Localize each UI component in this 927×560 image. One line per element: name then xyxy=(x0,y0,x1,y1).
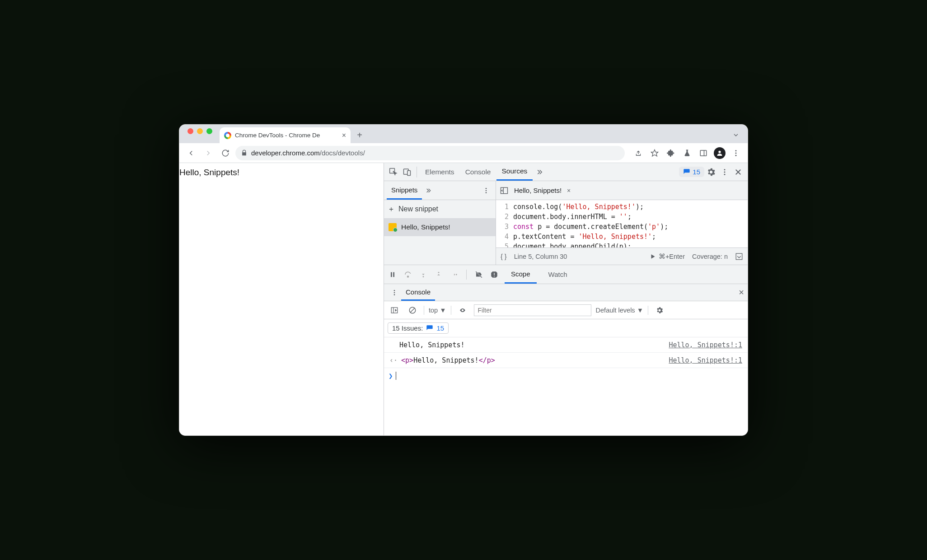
editor-panel: Hello, Snippets! × 1console.log('Hello, … xyxy=(496,181,748,265)
browser-tab[interactable]: Chrome DevTools - Chrome De × xyxy=(220,127,351,143)
menu-icon[interactable] xyxy=(729,146,743,160)
settings-icon[interactable] xyxy=(704,165,718,179)
clear-console-icon[interactable] xyxy=(406,303,419,317)
reload-button[interactable] xyxy=(218,146,233,160)
coverage-label[interactable]: Coverage: n xyxy=(692,253,728,260)
step-out-icon[interactable] xyxy=(434,271,444,278)
return-icon: ‹· xyxy=(389,356,398,364)
svg-marker-0 xyxy=(651,149,658,156)
tabs-overflow-icon[interactable] xyxy=(533,165,546,179)
console-toolbar: top ▼ Default levels ▼ xyxy=(384,301,748,319)
issues-pill[interactable]: 15 Issues: 15 xyxy=(388,322,449,334)
close-drawer-icon[interactable]: × xyxy=(739,287,744,298)
close-file-icon[interactable]: × xyxy=(567,187,571,194)
svg-point-17 xyxy=(486,192,487,193)
new-tab-button[interactable]: + xyxy=(353,129,366,141)
code-editor[interactable]: 1console.log('Hello, Snippets!'); 2docum… xyxy=(496,200,748,247)
issues-row: 15 Issues: 15 xyxy=(384,319,748,337)
snippets-sidebar: Snippets ＋ New snippet Hello, Snippets! xyxy=(384,181,496,265)
svg-point-33 xyxy=(394,292,395,293)
filter-input[interactable] xyxy=(474,304,591,316)
profile-button[interactable] xyxy=(712,146,727,160)
device-toggle-icon[interactable] xyxy=(400,165,414,179)
close-window-button[interactable] xyxy=(187,128,193,134)
page-content: Hello, Snippets! xyxy=(179,163,384,435)
issue-count: 15 xyxy=(693,168,700,176)
sidebar-overflow-icon[interactable] xyxy=(425,187,432,194)
sourcemap-icon[interactable] xyxy=(735,252,743,261)
forward-button[interactable] xyxy=(201,146,215,160)
snippet-file-icon xyxy=(389,223,397,231)
minimize-window-button[interactable] xyxy=(197,128,203,134)
svg-rect-22 xyxy=(391,272,392,277)
issues-chip[interactable]: 15 xyxy=(679,167,704,177)
live-expression-icon[interactable] xyxy=(456,303,469,317)
bookmark-icon[interactable] xyxy=(647,146,662,160)
share-icon[interactable] xyxy=(631,146,646,160)
inspect-icon[interactable] xyxy=(387,165,400,179)
svg-line-38 xyxy=(410,308,415,313)
address-bar[interactable]: developer.chrome.com/docs/devtools/ xyxy=(235,146,625,160)
devtools-tabbar: Elements Console Sources 15 xyxy=(384,163,748,181)
traffic-lights xyxy=(187,128,212,134)
tab-strip: Chrome DevTools - Chrome De × + xyxy=(179,125,748,143)
svg-marker-20 xyxy=(651,254,655,258)
cursor-position: Line 5, Column 30 xyxy=(514,253,567,260)
log-location[interactable]: Hello, Snippets!:1 xyxy=(669,356,742,364)
back-button[interactable] xyxy=(184,146,198,160)
devtools-panel: Elements Console Sources 15 Snippets xyxy=(384,163,748,435)
log-levels-selector[interactable]: Default levels ▼ xyxy=(596,307,643,314)
new-snippet-button[interactable]: ＋ New snippet xyxy=(384,200,496,218)
console-settings-icon[interactable] xyxy=(653,303,666,317)
format-icon[interactable]: { } xyxy=(501,253,507,260)
toggle-navigator-icon[interactable] xyxy=(500,186,509,195)
tab-console[interactable]: Console xyxy=(460,163,496,181)
svg-rect-21 xyxy=(736,253,742,260)
editor-filename[interactable]: Hello, Snippets! xyxy=(514,187,562,194)
browser-window: Chrome DevTools - Chrome De × + develope… xyxy=(179,124,748,436)
console-sidebar-icon[interactable] xyxy=(388,303,401,317)
sidebar-more-icon[interactable] xyxy=(479,184,493,197)
drawer-console-tab[interactable]: Console xyxy=(401,284,435,301)
snippets-tab[interactable]: Snippets xyxy=(387,181,422,200)
tab-elements[interactable]: Elements xyxy=(420,163,460,181)
extensions-icon[interactable] xyxy=(664,146,678,160)
plus-icon: ＋ xyxy=(388,205,395,214)
run-snippet-button[interactable]: ⌘+Enter xyxy=(650,253,685,260)
svg-rect-1 xyxy=(700,150,707,156)
chrome-favicon-icon xyxy=(224,132,231,139)
svg-point-5 xyxy=(735,152,737,154)
tab-title: Chrome DevTools - Chrome De xyxy=(235,132,338,139)
svg-point-26 xyxy=(438,271,440,273)
svg-point-12 xyxy=(724,173,726,175)
step-over-icon[interactable] xyxy=(403,271,413,279)
log-row[interactable]: Hello, Snippets! Hello, Snippets!:1 xyxy=(384,337,748,353)
svg-rect-30 xyxy=(494,273,495,275)
deactivate-breakpoints-icon[interactable] xyxy=(474,271,484,279)
watch-tab[interactable]: Watch xyxy=(542,265,574,284)
console-prompt[interactable]: ❯ xyxy=(384,368,748,383)
step-icon[interactable] xyxy=(449,271,459,278)
context-selector[interactable]: top ▼ xyxy=(429,307,446,314)
debugger-toolbar: Scope Watch xyxy=(384,265,748,284)
svg-point-27 xyxy=(456,274,457,275)
tab-sources[interactable]: Sources xyxy=(496,163,533,181)
snippet-item[interactable]: Hello, Snippets! xyxy=(384,218,496,236)
svg-point-25 xyxy=(423,276,424,277)
scope-tab[interactable]: Scope xyxy=(505,265,537,284)
pause-icon[interactable] xyxy=(388,271,398,278)
step-into-icon[interactable] xyxy=(418,271,428,278)
labs-icon[interactable] xyxy=(680,146,694,160)
tab-overflow-icon[interactable] xyxy=(732,131,740,139)
more-icon[interactable] xyxy=(718,165,731,179)
maximize-window-button[interactable] xyxy=(206,128,212,134)
log-location[interactable]: Hello, Snippets!:1 xyxy=(669,341,742,349)
svg-point-4 xyxy=(735,150,737,151)
drawer-more-icon[interactable] xyxy=(388,286,401,299)
pause-exceptions-icon[interactable] xyxy=(489,271,499,279)
side-panel-icon[interactable] xyxy=(696,146,711,160)
close-tab-icon[interactable]: × xyxy=(342,131,346,140)
svg-point-24 xyxy=(407,276,409,277)
close-devtools-icon[interactable] xyxy=(731,165,745,179)
log-row[interactable]: ‹· <p>Hello, Snippets!</p> Hello, Snippe… xyxy=(384,353,748,368)
